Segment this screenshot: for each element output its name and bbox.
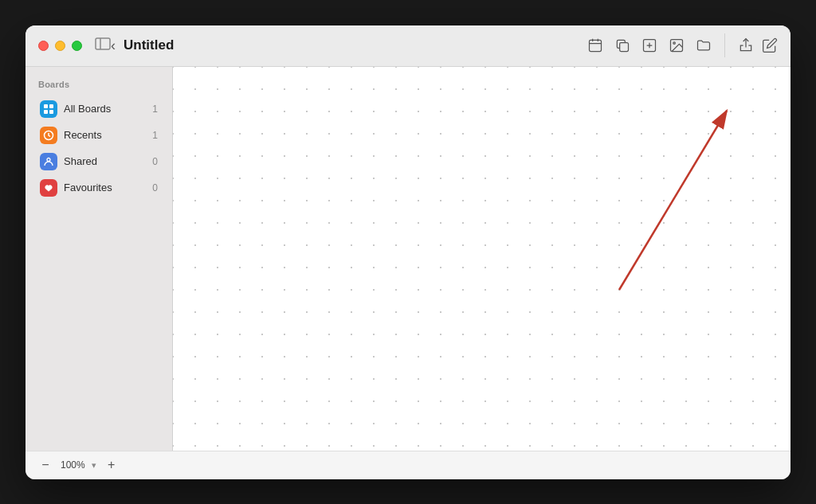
favourites-count: 0 bbox=[152, 182, 158, 193]
minimize-button[interactable] bbox=[55, 41, 65, 51]
favourites-label: Favourites bbox=[64, 182, 152, 193]
svg-rect-13 bbox=[44, 104, 48, 108]
sidebar: Boards All Boards 1 Recents 1 bbox=[26, 67, 173, 451]
edit-icon[interactable] bbox=[762, 37, 778, 53]
zoom-dropdown-icon[interactable]: ▾ bbox=[92, 460, 96, 471]
sidebar-item-shared[interactable]: Shared 0 bbox=[30, 149, 167, 174]
toolbar-divider bbox=[724, 33, 725, 57]
svg-rect-2 bbox=[590, 40, 602, 51]
back-button[interactable]: ‹ bbox=[111, 38, 116, 53]
copy-icon[interactable] bbox=[614, 37, 630, 53]
all-boards-count: 1 bbox=[152, 104, 158, 115]
app-window: ‹ Untitled bbox=[26, 25, 790, 479]
shared-label: Shared bbox=[64, 155, 152, 167]
toolbar-actions bbox=[738, 37, 778, 53]
maximize-button[interactable] bbox=[72, 41, 82, 51]
shared-count: 0 bbox=[152, 156, 158, 167]
all-boards-icon bbox=[40, 100, 57, 118]
main-area: Boards All Boards 1 Recents 1 bbox=[26, 67, 790, 451]
share-icon[interactable] bbox=[738, 37, 754, 53]
page-title: Untitled bbox=[124, 37, 174, 53]
close-button[interactable] bbox=[38, 41, 49, 51]
bottom-bar: − 100% ▾ + bbox=[26, 451, 790, 479]
svg-rect-6 bbox=[620, 43, 629, 52]
zoom-in-button[interactable]: + bbox=[103, 456, 120, 474]
all-boards-label: All Boards bbox=[64, 103, 152, 115]
toolbar-tools bbox=[587, 37, 712, 53]
svg-rect-14 bbox=[49, 104, 53, 108]
sidebar-item-favourites[interactable]: Favourites 0 bbox=[30, 175, 167, 201]
svg-rect-15 bbox=[44, 110, 48, 114]
title-bar-left: ‹ Untitled bbox=[111, 37, 587, 53]
favourites-icon bbox=[40, 179, 57, 197]
title-bar: ‹ Untitled bbox=[26, 25, 790, 67]
sidebar-toggle-icon[interactable] bbox=[95, 37, 111, 54]
zoom-percent[interactable]: 100% bbox=[61, 459, 85, 471]
shared-icon bbox=[40, 153, 57, 170]
canvas-area[interactable] bbox=[173, 67, 790, 451]
svg-rect-16 bbox=[49, 110, 53, 114]
sidebar-item-all-boards[interactable]: All Boards 1 bbox=[30, 96, 167, 122]
image-icon[interactable] bbox=[669, 37, 685, 53]
text-icon[interactable] bbox=[641, 37, 657, 53]
calendar-icon[interactable] bbox=[587, 37, 603, 53]
recents-label: Recents bbox=[64, 129, 152, 141]
traffic-lights bbox=[38, 41, 82, 51]
svg-point-11 bbox=[673, 42, 676, 45]
recents-count: 1 bbox=[152, 130, 158, 141]
sidebar-item-recents[interactable]: Recents 1 bbox=[30, 123, 167, 148]
sidebar-section-title: Boards bbox=[26, 80, 172, 96]
dot-grid bbox=[173, 67, 790, 451]
recents-icon bbox=[40, 127, 57, 144]
zoom-out-button[interactable]: − bbox=[37, 456, 54, 474]
folder-icon[interactable] bbox=[696, 37, 712, 53]
svg-rect-0 bbox=[96, 38, 110, 49]
svg-point-18 bbox=[47, 158, 50, 161]
